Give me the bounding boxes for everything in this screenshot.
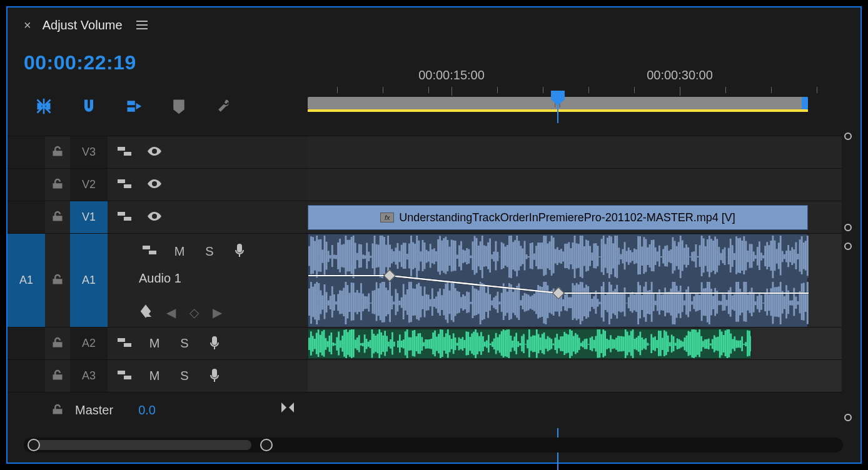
insert-overwrite-icon[interactable] — [33, 95, 55, 118]
scroll-handle-icon[interactable] — [844, 242, 852, 250]
ruler-label: 00:00:30:00 — [647, 68, 713, 82]
scroll-handle-icon[interactable] — [844, 224, 852, 231]
source-patch[interactable] — [8, 169, 45, 201]
clip-lane-master[interactable] — [308, 392, 852, 428]
voiceover-icon[interactable] — [206, 335, 223, 352]
clip-name: UnderstandingTrackOrderInPremierePro-201… — [399, 211, 735, 224]
fx-badge[interactable]: fx — [380, 212, 394, 222]
collapse-icon[interactable] — [280, 401, 295, 416]
settings-icon[interactable] — [213, 95, 235, 118]
scroll-handle-icon[interactable] — [844, 132, 852, 140]
lock-icon[interactable] — [45, 336, 70, 351]
clip-lane-a1[interactable]: L R — [308, 233, 852, 327]
track-target[interactable]: A2 — [70, 328, 108, 359]
sync-lock-icon[interactable] — [116, 210, 133, 225]
playhead-icon[interactable] — [550, 89, 566, 106]
clip-lane-a2[interactable] — [308, 327, 852, 359]
toggle-track-output-icon[interactable] — [146, 211, 163, 224]
video-clip[interactable]: fx UnderstandingTrackOrderInPremierePro-… — [308, 205, 808, 230]
svg-rect-18 — [118, 371, 125, 374]
lock-icon[interactable] — [45, 273, 70, 288]
zoom-handle[interactable] — [802, 97, 808, 109]
lock-icon[interactable] — [45, 369, 70, 384]
scroll-handle-icon[interactable] — [28, 439, 40, 451]
sync-lock-icon[interactable] — [116, 178, 133, 192]
panel-menu-icon[interactable] — [136, 21, 148, 29]
timeline-clip-area[interactable]: fx UnderstandingTrackOrderInPremierePro-… — [308, 123, 852, 423]
lock-icon[interactable] — [45, 145, 70, 160]
mute-button[interactable]: M — [171, 244, 188, 259]
track-target[interactable]: V1 — [70, 201, 108, 233]
clip-lane-v3[interactable] — [308, 136, 852, 168]
track-header-a1[interactable]: A1 A1 M S Audio 1 ◀ ◇ ▶ — [8, 233, 308, 327]
sync-lock-icon[interactable] — [116, 369, 133, 384]
scroll-handle-icon[interactable] — [844, 414, 852, 421]
lock-icon[interactable] — [45, 403, 70, 418]
solo-button[interactable]: S — [176, 336, 193, 351]
panel-title: Adjust Volume — [43, 18, 123, 32]
track-header-a2[interactable]: A2 M S — [8, 327, 308, 359]
track-header-a3[interactable]: A3 M S — [8, 359, 308, 392]
svg-rect-6 — [128, 108, 135, 112]
toggle-track-output-icon[interactable] — [146, 146, 163, 159]
clip-lane-v1[interactable]: fx UnderstandingTrackOrderInPremierePro-… — [308, 201, 852, 233]
marker-icon[interactable] — [168, 95, 190, 118]
track-header-v2[interactable]: V2 — [8, 168, 308, 201]
snap-icon[interactable] — [78, 95, 100, 118]
track-header-master[interactable]: Master 0.0 — [8, 392, 308, 428]
source-patch[interactable] — [8, 201, 45, 233]
show-keyframes-icon[interactable] — [139, 304, 153, 321]
svg-rect-10 — [118, 179, 125, 183]
solo-button[interactable]: S — [201, 244, 218, 259]
svg-rect-13 — [124, 217, 131, 221]
svg-rect-16 — [118, 338, 125, 342]
toggle-track-output-icon[interactable] — [146, 178, 163, 192]
source-patch[interactable] — [8, 360, 45, 392]
horizontal-scrollbar[interactable] — [24, 438, 843, 452]
sync-lock-icon[interactable] — [141, 244, 158, 259]
playhead-timecode[interactable]: 00:00:22:19 — [24, 51, 136, 74]
svg-rect-9 — [124, 152, 131, 156]
svg-marker-20 — [281, 402, 286, 412]
mute-button[interactable]: M — [146, 336, 163, 351]
track-header-v3[interactable]: V3 — [8, 136, 308, 168]
track-target[interactable]: V2 — [70, 169, 108, 201]
clip-lane-v2[interactable] — [308, 168, 852, 201]
mute-button[interactable]: M — [146, 369, 163, 383]
volume-rubberband[interactable] — [308, 234, 809, 328]
timeline-panel: × Adjust Volume 00:00:22:19 00:00:15:00 … — [6, 6, 862, 464]
voiceover-icon[interactable] — [206, 368, 223, 385]
linked-selection-icon[interactable] — [123, 95, 145, 118]
add-keyframe-icon[interactable]: ◇ — [189, 305, 199, 320]
prev-keyframe-icon[interactable]: ◀ — [166, 305, 176, 320]
svg-rect-14 — [143, 246, 150, 249]
lock-icon[interactable] — [45, 178, 70, 192]
source-patch[interactable] — [8, 136, 45, 168]
sync-lock-icon[interactable] — [116, 145, 133, 160]
source-patch[interactable]: A1 — [8, 234, 45, 327]
track-target[interactable]: A3 — [70, 360, 108, 392]
svg-rect-5 — [128, 101, 135, 105]
master-label: Master — [75, 403, 113, 418]
track-target[interactable]: A1 — [70, 234, 108, 327]
master-value[interactable]: 0.0 — [138, 403, 156, 418]
keyframe-controls: ◀ ◇ ▶ — [139, 304, 222, 321]
track-header-v1[interactable]: V1 — [8, 201, 308, 233]
close-icon[interactable]: × — [24, 18, 31, 32]
time-ruler[interactable]: 00:00:15:00 00:00:30:00 ||| — [308, 61, 833, 123]
track-target[interactable]: V3 — [70, 136, 108, 168]
track-name[interactable]: Audio 1 — [139, 271, 181, 286]
vertical-scrollbar[interactable] — [842, 130, 854, 424]
solo-button[interactable]: S — [176, 369, 193, 383]
sync-lock-icon[interactable] — [116, 336, 133, 351]
scrollbar-thumb[interactable] — [31, 440, 251, 450]
lock-icon[interactable] — [45, 210, 70, 225]
scroll-handle-icon[interactable] — [260, 439, 273, 451]
audio-clip-a2[interactable] — [308, 329, 752, 359]
source-patch[interactable] — [8, 328, 45, 359]
clip-lane-spacer — [308, 123, 852, 136]
voiceover-icon[interactable] — [231, 242, 248, 260]
clip-lane-a3[interactable] — [308, 359, 852, 392]
next-keyframe-icon[interactable]: ▶ — [213, 305, 222, 320]
audio-clip-a1[interactable]: L R — [308, 234, 808, 328]
